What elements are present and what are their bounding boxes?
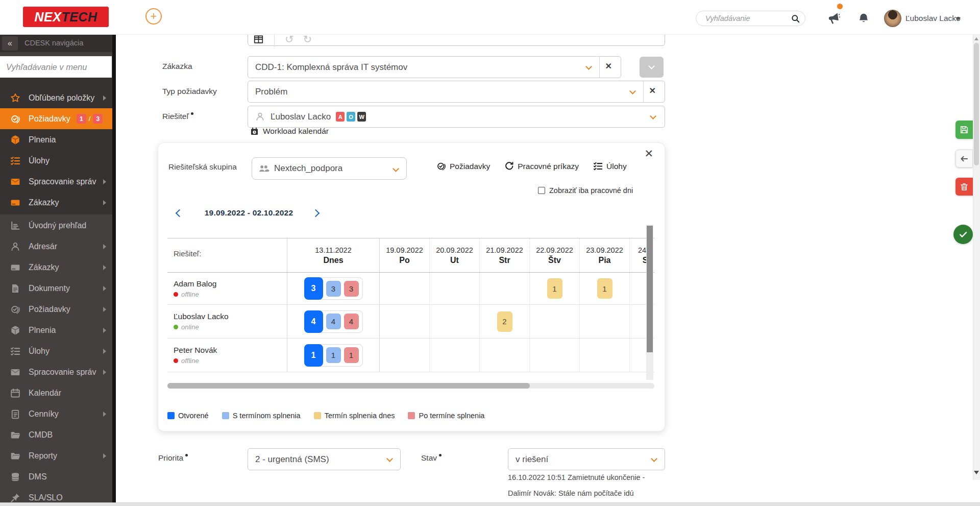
workload-calendar-link[interactable]: Workload kalendár	[250, 127, 329, 136]
sidebar-item-sla-slo[interactable]: SLA/SLO	[0, 487, 112, 502]
chevron-down-icon[interactable]	[650, 113, 656, 119]
sidebar-item-ob-ben-polo-ky[interactable]: Obľúbené položky	[0, 87, 112, 108]
with-due-count-badge[interactable]: 4	[326, 314, 341, 329]
clear-icon[interactable]: ✕	[649, 86, 656, 95]
chevron-down-icon[interactable]	[386, 455, 393, 462]
sidebar-item-label: SLA/SLO	[29, 493, 63, 502]
due-today-badge[interactable]: 1	[547, 278, 562, 299]
redo-icon[interactable]: ↻	[303, 34, 312, 44]
nextech-logo[interactable]: NEXTECH	[23, 7, 109, 27]
chevron-down-icon[interactable]	[393, 165, 399, 172]
sidebar-item-cmdb[interactable]: CMDB	[0, 424, 112, 445]
overdue-count-badge[interactable]: 4	[344, 314, 359, 329]
confirm-button[interactable]	[953, 225, 973, 244]
sidebar-item-vodn-preh-ad[interactable]: Úvodný prehľad	[0, 215, 112, 236]
today-counts[interactable]: 333	[304, 277, 363, 300]
sidebar-item-po-iadavky[interactable]: Požiadavky1/3	[0, 108, 112, 129]
group-select[interactable]: Nextech_podpora	[252, 157, 407, 180]
scrollbar-thumb[interactable]	[647, 226, 653, 352]
bell-icon[interactable]	[857, 12, 870, 25]
sidebar-collapse-button[interactable]: «	[2, 36, 18, 51]
tab-po-iadavky[interactable]: Požiadavky	[436, 161, 490, 171]
announcements-icon[interactable]	[826, 11, 841, 26]
back-button[interactable]	[955, 150, 973, 167]
open-count-badge[interactable]: 3	[304, 277, 323, 300]
card-icon	[10, 262, 20, 273]
tab-pracovn-pr-kazy[interactable]: Pracovné príkazy	[504, 161, 579, 171]
logo-text-2: TECH	[61, 10, 97, 25]
open-count-badge[interactable]: 4	[304, 310, 323, 333]
riesitel-select[interactable]: Ľuboslav Lacko AOW	[248, 106, 665, 128]
priorita-select[interactable]: 2 - urgentná (SMS)	[248, 448, 401, 470]
zakazka-label: Zákazka	[162, 62, 192, 71]
zakazka-expand-button[interactable]	[640, 57, 664, 78]
stav-value: v riešení	[516, 454, 548, 465]
tab-lohy[interactable]: Úlohy	[593, 161, 627, 171]
sidebar-item-spracovanie-spr-v[interactable]: Spracovanie správ	[0, 362, 112, 382]
table-vertical-scrollbar[interactable]	[646, 225, 653, 380]
sidebar-search[interactable]	[0, 56, 112, 78]
workdays-checkbox[interactable]: Zobraziť iba pracovné dni	[538, 186, 633, 195]
undo-icon[interactable]: ↺	[285, 34, 294, 44]
solver-cell[interactable]: Peter Novákoffline	[167, 339, 287, 372]
sidebar-item-dokumenty[interactable]: Dokumenty	[0, 278, 112, 299]
zakazka-select[interactable]: CDD-1: Komplexná správa IT systémov ✕	[248, 56, 621, 78]
sidebar-item-dms[interactable]: DMS	[0, 466, 112, 487]
overdue-count-badge[interactable]: 1	[344, 347, 359, 363]
sidebar-item-z-kazky[interactable]: Zákazky	[0, 257, 112, 278]
global-search[interactable]	[696, 11, 805, 26]
with-due-count-badge[interactable]: 1	[326, 347, 341, 363]
save-button[interactable]	[955, 121, 973, 139]
sidebar-search-input[interactable]	[0, 62, 112, 72]
search-icon[interactable]	[791, 14, 800, 23]
checkbox[interactable]	[538, 187, 545, 194]
next-week-icon[interactable]	[312, 209, 320, 218]
user-name[interactable]: Ľuboslav Lacko	[905, 14, 961, 23]
user-menu-caret-icon[interactable]	[955, 17, 961, 20]
with-due-count-badge[interactable]: 3	[326, 281, 341, 297]
sidebar-item-po-iadavky[interactable]: Požiadavky	[0, 299, 112, 320]
due-today-badge[interactable]: 2	[497, 311, 512, 332]
today-counts[interactable]: 444	[304, 310, 363, 333]
sidebar-item-cenn-ky[interactable]: Cenníky	[0, 403, 112, 424]
sidebar-scrollbar[interactable]	[112, 35, 116, 502]
grid-view-icon[interactable]	[253, 34, 264, 44]
today-counts[interactable]: 111	[304, 344, 363, 367]
solver-badge-w: W	[357, 112, 366, 122]
sidebar-item-lohy[interactable]: Úlohy	[0, 150, 112, 171]
solver-name: Peter Novák	[174, 346, 217, 355]
add-button[interactable]: +	[145, 8, 162, 25]
sidebar-item-kalend-r[interactable]: Kalendár	[0, 382, 112, 403]
clear-icon[interactable]: ✕	[605, 61, 612, 71]
global-search-input[interactable]	[704, 14, 791, 23]
page-scrollbar-thumb[interactable]	[974, 43, 979, 165]
delete-button[interactable]	[955, 178, 973, 196]
overdue-count-badge[interactable]: 3	[344, 281, 359, 297]
sidebar-item-plnenia[interactable]: Plnenia	[0, 320, 112, 341]
prev-week-icon[interactable]	[176, 209, 184, 218]
page-horizontal-scrollbar[interactable]	[0, 502, 980, 506]
chevron-down-icon[interactable]	[585, 63, 592, 70]
sidebar-item-spracovanie-spr-v[interactable]: Spracovanie správ	[0, 171, 112, 192]
scroll-up-icon[interactable]	[974, 37, 978, 40]
day-cell: 1	[580, 273, 630, 304]
table-horizontal-scrollbar[interactable]	[167, 383, 654, 389]
sidebar-item-reporty[interactable]: Reporty	[0, 445, 112, 466]
sidebar-item-z-kazky[interactable]: Zákazky	[0, 192, 112, 213]
open-count-badge[interactable]: 1	[304, 344, 323, 367]
sidebar-item-adres-r[interactable]: Adresár	[0, 236, 112, 257]
solver-cell[interactable]: Adam Balogoffline	[167, 273, 287, 304]
scrollbar-thumb[interactable]	[167, 383, 530, 389]
stav-select[interactable]: v riešení	[508, 448, 665, 470]
chevron-down-icon[interactable]	[651, 455, 657, 462]
scroll-down-icon[interactable]	[974, 471, 979, 474]
sidebar-item-plnenia[interactable]: Plnenia	[0, 129, 112, 150]
typ-select[interactable]: Problém ✕	[248, 81, 665, 103]
close-icon[interactable]: ✕	[644, 148, 653, 159]
due-today-badge[interactable]: 1	[597, 278, 612, 299]
solver-cell[interactable]: Ľuboslav Lackoonline	[167, 305, 287, 338]
chevron-down-icon[interactable]	[629, 88, 636, 94]
sidebar-item-lohy[interactable]: Úlohy	[0, 341, 112, 362]
avatar[interactable]	[884, 10, 901, 27]
required-dot	[191, 112, 193, 115]
